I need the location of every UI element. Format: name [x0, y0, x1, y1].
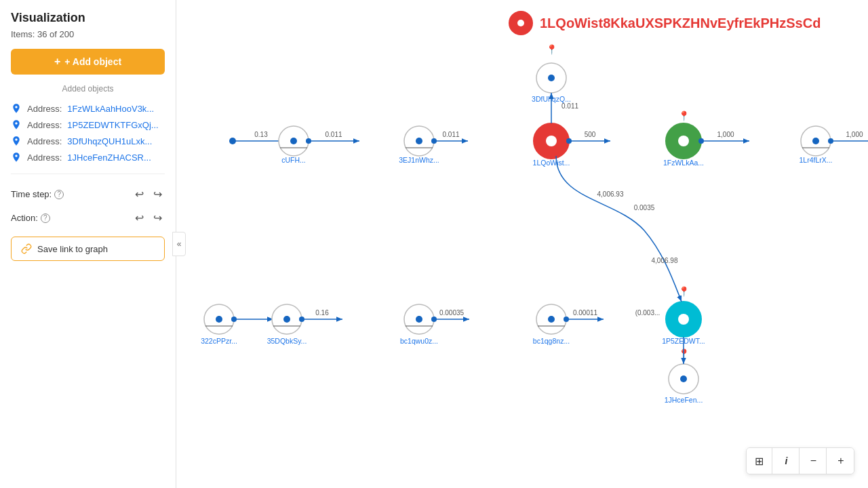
save-link-button[interactable]: Save link to graph	[11, 237, 165, 261]
address-item-addr2: Address: 1P5ZEDWTKTFGxQj...	[11, 117, 165, 133]
addr-value[interactable]: 1P5ZEDWTKTFGxQj...	[67, 120, 158, 130]
grid-view-button[interactable]: ⊞	[747, 448, 772, 474]
node-dot	[680, 375, 687, 382]
node-dot	[548, 75, 555, 81]
node-center	[678, 136, 689, 146]
edge-dot	[431, 138, 437, 144]
edge-dot	[566, 138, 572, 144]
node-dot	[548, 316, 555, 323]
grid-icon: ⊞	[755, 455, 764, 468]
edge-label: 1,000	[846, 131, 863, 138]
action-info-icon[interactable]: ?	[41, 214, 50, 223]
curved-edge-lqo-p5z	[556, 156, 682, 302]
edge-label: 4,006.93	[597, 190, 624, 198]
node-dot	[283, 316, 290, 323]
sidebar-title: Visualization	[11, 11, 165, 25]
address-item-addr1: Address: 1FzWLkAahHooV3k...	[11, 100, 165, 117]
time-step-redo-button[interactable]: ↪	[151, 186, 165, 202]
location-pin-icon	[11, 152, 22, 163]
addr-label: Address:	[27, 136, 62, 146]
edge-label: 1,000	[717, 131, 734, 138]
action-label: Action: ?	[11, 213, 50, 223]
graph-controls: ⊞ i − +	[746, 447, 854, 474]
add-object-label: + Add object	[64, 56, 121, 67]
address-list: Address: 1FzWLkAahHooV3k... Address: 1P5…	[11, 100, 165, 165]
location-pin-icon	[11, 119, 22, 130]
add-object-button[interactable]: + + Add object	[11, 49, 165, 75]
edge-dot	[564, 317, 569, 322]
plus-icon: +	[54, 56, 60, 68]
node-label: 1JHceFen...	[665, 396, 703, 404]
edge-label: 0.13	[254, 131, 268, 138]
added-objects-label: Added objects	[11, 84, 165, 94]
time-step-controls: ↩ ↪	[132, 186, 165, 202]
action-controls: ↩ ↪	[132, 210, 165, 226]
node-label: 322cPPzr...	[201, 337, 237, 345]
save-link-label: Save link to graph	[37, 244, 108, 254]
node-label: bc1qwu0z...	[400, 337, 438, 345]
node-label: 1LQoWist...	[533, 159, 570, 167]
node-label: 1FzWLkAa...	[663, 159, 704, 167]
edge-dot	[229, 138, 236, 144]
pin-icon: 📍	[678, 110, 690, 122]
time-step-info-icon[interactable]: ?	[54, 190, 64, 199]
collapse-sidebar-button[interactable]: «	[172, 232, 186, 256]
link-icon	[21, 243, 32, 254]
zoom-in-button[interactable]: +	[828, 448, 854, 474]
location-pin-icon	[11, 103, 22, 114]
node-label: 1Lr4fLrX...	[799, 156, 832, 164]
edge-label: 0.011	[561, 102, 578, 110]
time-step-undo-button[interactable]: ↩	[132, 186, 146, 202]
edge-label: 500	[585, 131, 596, 138]
node-label: bc1qg8nz...	[533, 337, 570, 345]
edge-label-2: 0.0035	[634, 204, 655, 211]
node-dot	[416, 138, 422, 144]
edge-label-3: 4,006.98	[652, 257, 678, 264]
time-step-label: Time step: ?	[11, 189, 64, 199]
action-redo-button[interactable]: ↪	[151, 210, 165, 226]
minus-icon: −	[810, 455, 816, 467]
node-label: cUFH...	[281, 156, 306, 164]
addr-value[interactable]: 1FzWLkAahHooV3k...	[67, 104, 154, 114]
node-dot	[290, 138, 297, 144]
node-center	[678, 314, 689, 325]
time-step-row: Time step: ? ↩ ↪	[11, 182, 165, 206]
address-item-addr3: Address: 3DfUhqzQUH1uLxk...	[11, 133, 165, 149]
info-button[interactable]: i	[774, 448, 800, 474]
edge-dot	[431, 317, 437, 322]
addr-value[interactable]: 1JHceFenZHACSR...	[67, 152, 151, 163]
graph-svg: 0.13 cUFH... 0.011 3EJ1nWhz... 0.011 1LQ…	[176, 0, 868, 488]
plus-icon: +	[837, 455, 844, 467]
node-label: 35DQbkSy...	[267, 337, 307, 345]
sidebar: Visualization Items: 36 of 200 + + Add o…	[0, 0, 176, 488]
node-dot	[812, 138, 819, 144]
node-dot	[416, 316, 422, 323]
node-dot	[216, 316, 222, 323]
edge-label: 0.16	[315, 309, 329, 317]
addr-label: Address:	[27, 104, 62, 114]
node-label: 3EJ1nWhz...	[399, 156, 439, 164]
addr-label: Address:	[27, 120, 62, 130]
edge-label: 0.00011	[573, 309, 598, 317]
zoom-out-button[interactable]: −	[801, 448, 827, 474]
graph-area: 1LQoWist8KkaUXSPKZHNvEyfrEkPHzSsCd 0.13	[176, 0, 868, 488]
addr-label: Address:	[27, 152, 62, 163]
edge-dot	[828, 138, 833, 144]
edge-dot	[306, 138, 311, 144]
edge-dot	[698, 138, 704, 144]
location-pin-icon	[11, 136, 22, 146]
edge-dot	[299, 317, 304, 322]
action-undo-button[interactable]: ↩	[132, 210, 146, 226]
edge-label: (0.003...	[635, 309, 660, 317]
edge-label: 0.011	[442, 131, 459, 138]
addr-value[interactable]: 3DfUhqzQUH1uLxk...	[67, 136, 152, 146]
address-item-addr4: Address: 1JHceFenZHACSR...	[11, 149, 165, 165]
info-icon: i	[785, 455, 788, 466]
divider-1	[11, 174, 165, 174]
edge-label: 0.00035	[439, 309, 465, 317]
items-count: Items: 36 of 200	[11, 29, 165, 39]
pin-icon-top: 📍	[546, 44, 558, 56]
edge-dot	[231, 317, 237, 322]
node-center	[546, 136, 557, 146]
edge-label: 0.011	[325, 131, 342, 138]
